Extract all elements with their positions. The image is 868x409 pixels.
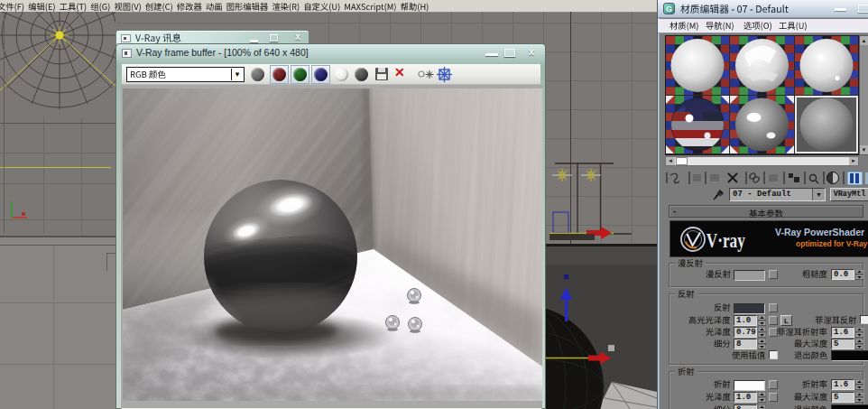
svg-text:V·ray: V·ray [706, 228, 746, 253]
